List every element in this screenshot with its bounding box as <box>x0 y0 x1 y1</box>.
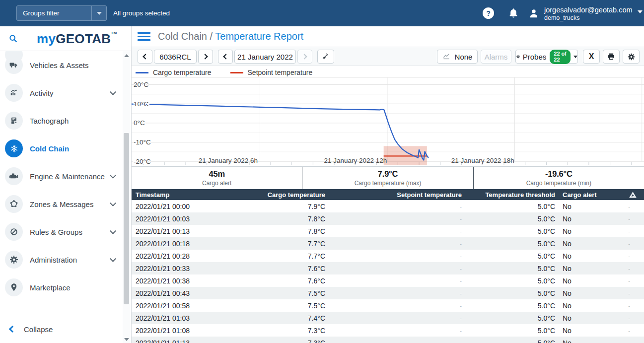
notifications-button[interactable] <box>507 7 519 19</box>
sidebar-item-administration[interactable]: Administration <box>0 246 122 274</box>
truck-icon <box>5 56 23 74</box>
cell-alert-flag: - <box>606 262 644 274</box>
sidebar-item-label: Zones & Messages <box>30 200 93 208</box>
cell-cargo-alert: No <box>556 200 606 212</box>
table-row[interactable]: 2022/01/21 00:007.9°C-5.0°CNo- <box>132 200 644 212</box>
table-row[interactable]: 2022/01/21 00:187.7°C-5.0°CNo- <box>132 237 644 250</box>
table-row[interactable]: 2022/01/21 00:437.5°C-5.0°CNo- <box>132 287 644 299</box>
next-date-button[interactable] <box>297 50 312 64</box>
col-cargo-alert[interactable]: Cargo alert <box>556 189 606 200</box>
svg-text:21 January 2022 12h: 21 January 2022 12h <box>324 157 387 164</box>
sidebar-item-zones-messages[interactable]: Zones & Messages <box>0 190 122 218</box>
sidebar-item-cold-chain[interactable]: Cold Chain <box>0 135 122 162</box>
cell-cargo-temperature: 7.4°C <box>261 312 325 324</box>
date-selector-button[interactable]: 21 January 2022 <box>234 50 296 64</box>
legend-label-setpoint: Setpoint temperature <box>248 69 313 76</box>
chevron-down-icon <box>110 256 116 262</box>
alarms-button[interactable]: Alarms <box>481 50 511 64</box>
scroll-down-arrow[interactable] <box>124 338 129 341</box>
table-row[interactable]: 2022/01/21 01:087.3°C-5.0°CNo- <box>132 324 644 337</box>
probes-dropdown-button[interactable]: Probes 22 of 22 <box>515 50 578 64</box>
prev-date-button[interactable] <box>218 50 233 64</box>
cell-alert-flag: - <box>606 250 644 262</box>
cell-cargo-alert: No <box>556 299 606 312</box>
cell-alert-flag: - <box>606 324 644 337</box>
engine-icon <box>5 167 23 185</box>
cell-temperature-threshold: 5.0°C <box>462 299 556 312</box>
sidebar-item-label: Engine & Maintenance <box>30 172 105 181</box>
sidebar-item-label: Rules & Groups <box>30 228 82 236</box>
table-row[interactable]: 2022/01/21 00:587.5°C-5.0°CNo- <box>132 299 644 312</box>
chevron-down-icon <box>110 89 116 95</box>
col-timestamp[interactable]: Timestamp <box>132 189 261 200</box>
cell-alert-flag: - <box>606 225 644 237</box>
col-temperature-threshold[interactable]: Temperature threshold <box>462 189 556 200</box>
cell-setpoint-temperature: - <box>325 225 462 237</box>
col-alert-flag[interactable] <box>606 189 644 200</box>
chevron-left-icon <box>143 54 148 59</box>
sidebar-item-vehicles-assets[interactable]: Vehicles & Assets <box>0 51 122 79</box>
sidebar-item-label: Marketplace <box>30 283 71 292</box>
sidebar-item-label: Vehicles & Assets <box>30 61 88 69</box>
vehicle-selector-button[interactable]: 6036RCL <box>154 50 197 64</box>
cell-temperature-threshold: 5.0°C <box>462 287 556 299</box>
prev-vehicle-button[interactable] <box>138 50 152 64</box>
next-vehicle-button[interactable] <box>198 50 213 64</box>
settings-button[interactable] <box>623 50 640 64</box>
help-button[interactable]: ? <box>483 7 494 19</box>
cell-timestamp: 2022/01/21 01:13 <box>132 337 261 343</box>
excel-export-button[interactable]: X <box>583 50 600 64</box>
cell-cargo-alert: No <box>556 312 606 324</box>
table-header-row: Timestamp Cargo temperature Setpoint tem… <box>132 189 644 200</box>
search-icon[interactable] <box>8 33 19 44</box>
cell-setpoint-temperature: - <box>325 262 462 274</box>
table-row[interactable]: 2022/01/21 00:337.6°C-5.0°CNo- <box>132 262 644 274</box>
sidebar-menu: Vehicles & Assets Activity Tachograph Co… <box>0 51 122 330</box>
groups-filter[interactable]: Groups filter <box>16 5 107 21</box>
table-row[interactable]: 2022/01/21 01:037.4°C-5.0°CNo- <box>132 312 644 324</box>
cell-alert-flag: - <box>606 287 644 299</box>
cell-alert-flag: - <box>606 337 644 343</box>
svg-text:-10°C: -10°C <box>134 138 151 146</box>
clear-button[interactable] <box>317 50 334 64</box>
chart-mode-button[interactable]: None <box>437 50 478 64</box>
chevron-left-icon <box>9 326 16 333</box>
sidebar-item-marketplace[interactable]: Marketplace <box>0 274 122 301</box>
user-menu[interactable]: jorgesalvador@geotab.com demo_trucks <box>527 5 643 22</box>
chevron-down-icon <box>97 12 102 15</box>
cell-temperature-threshold: 5.0°C <box>462 237 556 250</box>
table-row[interactable]: 2022/01/21 00:137.8°C-5.0°CNo- <box>132 225 644 237</box>
table-row[interactable]: 2022/01/21 00:037.8°C-5.0°CNo- <box>132 212 644 225</box>
chevron-down-icon <box>638 10 643 13</box>
col-setpoint-temperature[interactable]: Setpoint temperature <box>325 189 462 200</box>
cell-setpoint-temperature: - <box>325 237 462 250</box>
scroll-up-arrow[interactable] <box>124 54 129 57</box>
groups-filter-dropdown-button[interactable] <box>91 6 106 20</box>
table-row[interactable]: 2022/01/21 00:287.7°C-5.0°CNo- <box>132 250 644 262</box>
sidebar-item-engine-maintenance[interactable]: Engine & Maintenance <box>0 162 122 190</box>
map-pin-icon <box>5 278 23 296</box>
sidebar-item-rules-groups[interactable]: Rules & Groups <box>0 218 122 246</box>
probes-count-badge: 22 of 22 <box>550 50 571 64</box>
sidebar: myGEOTABTM Vehicles & Assets Activity Ta… <box>0 26 132 343</box>
sidebar-item-tachograph[interactable]: Tachograph <box>0 107 122 135</box>
legend-line-setpoint <box>230 72 243 73</box>
cell-cargo-temperature: 7.7°C <box>261 250 325 262</box>
summary-cargo-temp-min: -19.6°C Cargo temperature (min) <box>473 167 644 189</box>
cell-cargo-temperature: 7.5°C <box>261 287 325 299</box>
table-row[interactable]: 2022/01/21 00:387.6°C-5.0°CNo- <box>132 274 644 287</box>
chevron-right-icon <box>202 54 208 59</box>
breadcrumb: Cold Chain / <box>158 31 215 42</box>
table-row[interactable]: 2022/01/21 01:137.3°C-5.0°CNo- <box>132 337 644 343</box>
sidebar-item-activity[interactable]: Activity <box>0 79 122 107</box>
print-button[interactable] <box>603 50 620 64</box>
col-cargo-temperature[interactable]: Cargo temperature <box>261 189 325 200</box>
cell-cargo-alert: No <box>556 225 606 237</box>
hamburger-menu-icon[interactable] <box>138 32 150 41</box>
cell-setpoint-temperature: - <box>325 337 462 343</box>
collapse-button[interactable]: Collapse <box>0 319 119 339</box>
cell-timestamp: 2022/01/21 00:43 <box>132 287 261 299</box>
chevron-down-icon <box>573 56 577 58</box>
scrollbar-thumb[interactable] <box>124 133 129 304</box>
sidebar-scrollbar[interactable] <box>123 51 130 343</box>
